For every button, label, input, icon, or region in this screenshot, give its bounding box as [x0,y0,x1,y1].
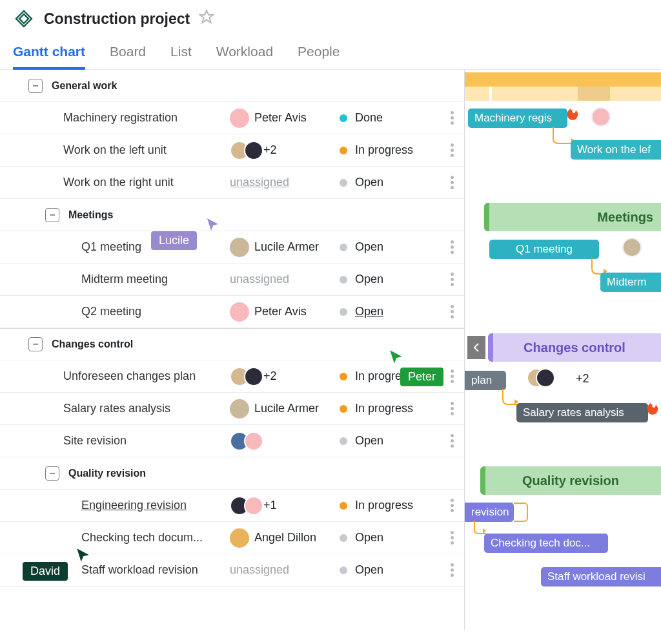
assignee-cell[interactable]: Angel Dillon [230,528,340,548]
status-cell[interactable]: Done [340,111,449,125]
assignee-unassigned: unassigned [230,273,289,286]
task-name[interactable]: Checking tech docum... [81,531,230,545]
task-name[interactable]: Site revision [63,434,230,448]
table-row[interactable]: Site revision Open [0,425,464,457]
more-actions-icon[interactable] [451,402,464,415]
tab-list[interactable]: List [170,44,192,69]
assignee-cell[interactable]: +2 [230,141,340,160]
assignee-name: Peter Avis [254,305,307,318]
assignee-extra-count: +2 [263,369,277,383]
status-cell[interactable]: Open [340,531,449,545]
gantt-bar-work-left[interactable]: Work on the lef [571,140,661,160]
more-actions-icon[interactable] [451,531,464,545]
task-name[interactable]: Unforeseen changes plan [63,369,230,383]
assignee-cell[interactable]: Lucile Armer [230,238,340,257]
status-cell[interactable]: Open [340,273,449,286]
group-quality-revision[interactable]: − Quality revision [0,457,464,490]
tab-workload[interactable]: Workload [216,44,273,69]
task-name[interactable]: Machinery registration [63,111,230,125]
more-actions-icon[interactable] [451,143,464,157]
favorite-star-icon[interactable] [199,9,214,28]
status-cell[interactable]: In progress [340,143,449,157]
collab-cursor-peter [388,348,405,368]
status-label: Open [355,176,383,189]
task-name[interactable]: Q2 meeting [81,305,230,318]
more-actions-icon[interactable] [451,369,464,383]
task-name[interactable]: Staff workload revision [81,563,230,577]
gantt-bar-plan[interactable]: plan [465,371,506,390]
gantt-bar-midterm[interactable]: Midterm [600,273,661,292]
table-row[interactable]: Work on the right unit unassigned Open [0,167,464,199]
collapse-icon[interactable]: − [45,466,59,481]
gantt-section-changes[interactable]: Changes control [488,333,661,362]
gantt-timeline-panel[interactable]: Machinery regis Work on the lef Meetings… [465,70,661,630]
task-name[interactable]: Work on the left unit [63,143,230,157]
gantt-section-label: Meetings [597,210,653,225]
group-meetings[interactable]: − Meetings [0,199,464,231]
status-cell[interactable]: Open [340,240,449,254]
svg-rect-1 [19,14,28,23]
more-actions-icon[interactable] [451,273,464,286]
table-row[interactable]: Staff workload revision unassigned Open [0,554,464,587]
table-row[interactable]: Engineering revision +1 In progress [0,490,464,522]
collapse-icon[interactable]: − [28,337,43,351]
more-actions-icon[interactable] [451,305,464,318]
gantt-bar-label: Checking tech doc... [491,537,590,550]
status-cell[interactable]: Open [340,563,449,577]
collapse-icon[interactable]: − [45,208,59,222]
table-row[interactable]: Checking tech docum... Angel Dillon Open [0,522,464,554]
gantt-bar-salary[interactable]: Salary rates analysis [516,403,648,422]
table-row[interactable]: Work on the left unit +2 In progress [0,134,464,167]
table-row[interactable]: Machinery registration Peter Avis Done [0,102,464,134]
assignee-cell[interactable]: +2 [230,367,340,386]
avatar-stack [230,141,258,160]
assignee-cell[interactable]: Peter Avis [230,109,340,128]
avatar [622,238,642,257]
assignee-cell[interactable]: unassigned [230,563,340,577]
task-name[interactable]: Midterm meeting [81,273,230,286]
tab-gantt-chart[interactable]: Gantt chart [13,44,85,70]
status-cell[interactable]: In progress [340,499,449,512]
assignee-cell[interactable]: Lucile Armer [230,399,340,419]
assignee-cell[interactable]: Peter Avis [230,302,340,322]
gantt-section-meetings[interactable]: Meetings [484,203,661,231]
status-cell[interactable]: Open [340,434,449,448]
scroll-left-button[interactable] [467,336,485,359]
assignee-cell[interactable] [230,431,340,451]
page-title: Construction project [44,10,190,28]
task-name[interactable]: Engineering revision [81,499,230,512]
tab-board[interactable]: Board [110,44,146,69]
table-row[interactable]: Salary rates analysis Lucile Armer In pr… [0,393,464,425]
assignee-cell[interactable]: +1 [230,496,340,515]
more-actions-icon[interactable] [451,434,464,448]
gantt-bar-staff[interactable]: Staff workload revisi [541,567,661,587]
assignee-name: Lucile Armer [254,240,319,254]
task-name[interactable]: Work on the right unit [63,176,230,189]
gantt-bar-revision[interactable]: revision [465,503,514,522]
status-cell[interactable]: Open [340,176,449,189]
more-actions-icon[interactable] [451,563,464,577]
status-cell[interactable]: In progress [340,402,449,415]
more-actions-icon[interactable] [451,240,464,254]
gantt-bar-checking[interactable]: Checking tech doc... [484,534,608,553]
gantt-bar-q1[interactable]: Q1 meeting [489,240,599,259]
assignee-cell[interactable]: unassigned [230,273,340,286]
status-cell[interactable]: Open [340,305,449,318]
table-row[interactable]: Q1 meeting Lucile Armer Open [0,231,464,264]
table-row[interactable]: Midterm meeting unassigned Open [0,264,464,296]
assignee-extra-count: +2 [576,372,589,386]
collapse-icon[interactable]: − [28,79,43,93]
collab-cursor-label: David [23,562,68,581]
table-row[interactable]: Q2 meeting Peter Avis Open [0,296,464,328]
gantt-bar-machinery[interactable]: Machinery regis [468,109,567,128]
more-actions-icon[interactable] [451,111,464,125]
avatar-stack [230,496,258,515]
more-actions-icon[interactable] [451,499,464,512]
gantt-section-quality[interactable]: Quality revision [480,466,661,495]
task-name[interactable]: Salary rates analysis [63,402,230,415]
tab-people[interactable]: People [298,44,340,69]
group-general-work[interactable]: − General work [0,70,464,102]
assignee-cell[interactable]: unassigned [230,176,340,189]
more-actions-icon[interactable] [451,176,464,189]
status-label: In progress [355,143,413,157]
